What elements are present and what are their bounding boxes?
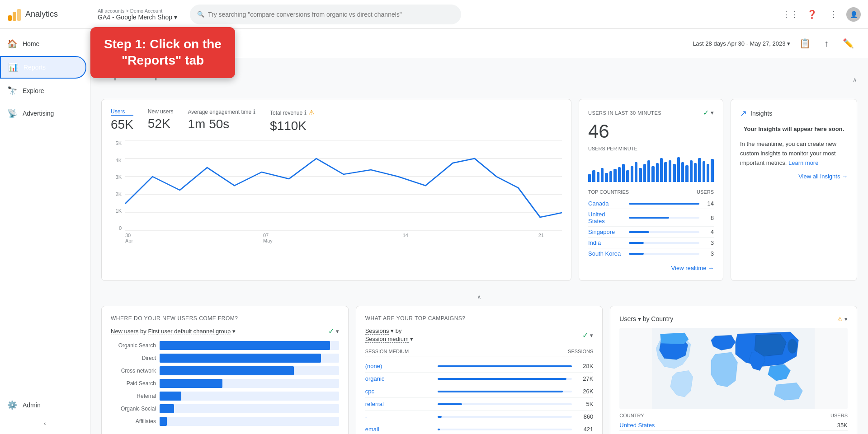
add-comparison-btn[interactable]: Add comparison +	[153, 37, 212, 50]
sidebar-item-reports[interactable]: 📊 Reports	[0, 56, 86, 79]
new-users-dropdown-row: New users by First user default channel …	[111, 327, 339, 336]
campaign-name[interactable]: -	[365, 413, 433, 420]
home-icon: 🏠	[7, 39, 17, 49]
hbar-label: Direct	[111, 355, 156, 361]
hbar-fill	[160, 417, 167, 426]
sidebar-item-admin[interactable]: ⚙️ Admin	[0, 395, 86, 415]
y-label-0: 0	[119, 225, 122, 231]
countries-card: Users ▾ by Country ⚠ ▾	[610, 306, 857, 434]
countries-warning-status[interactable]: ⚠ ▾	[837, 316, 848, 322]
users-label[interactable]: Users	[111, 108, 133, 116]
sidebar-item-explore[interactable]: 🔭 Explore	[0, 80, 86, 101]
sidebar-item-advertising[interactable]: 📡 Advertising	[0, 103, 86, 124]
metrics-row: Users 65K New users 52K Average engageme…	[111, 108, 562, 133]
campaign-bar-fill	[438, 391, 562, 392]
campaign-row: referral 5K	[365, 398, 594, 411]
section-collapse-btn[interactable]: ∧	[853, 75, 857, 85]
account-breadcrumb: All accounts > Demo Account	[98, 8, 177, 14]
realtime-bar	[685, 165, 688, 182]
hbar-bg	[160, 354, 339, 363]
insights-body-bold: Your Insights will appear here soon.	[740, 126, 848, 132]
campaign-name[interactable]: referral	[365, 401, 433, 407]
country-table-name[interactable]: United States	[619, 422, 655, 429]
country-name[interactable]: India	[588, 239, 623, 246]
revenue-help-icon[interactable]: ℹ	[304, 109, 307, 116]
help-icon-btn[interactable]: ❓	[803, 5, 821, 23]
sidebar-item-label-advertising: Advertising	[23, 110, 54, 117]
campaign-value: 421	[577, 426, 593, 433]
hbar-row: Organic Social	[111, 404, 339, 413]
countries-title[interactable]: Users ▾ by Country	[619, 315, 673, 322]
date-range-picker[interactable]: Last 28 days Apr 30 - May 27, 2023 ▾	[693, 40, 790, 47]
admin-gear-icon: ⚙️	[7, 400, 17, 410]
save-report-btn[interactable]: 📋	[796, 34, 814, 52]
campaign-value: 27K	[577, 375, 593, 382]
realtime-count: 46	[588, 121, 714, 142]
view-all-insights-link[interactable]: View all insights →	[740, 173, 848, 180]
country-name[interactable]: Singapore	[588, 229, 623, 235]
line-chart: 5K 4K 3K 2K 1K 0	[111, 140, 562, 231]
country-row: India 3	[588, 238, 714, 248]
campaigns-status[interactable]: ✓ ▾	[582, 331, 593, 340]
view-realtime-link[interactable]: View realtime →	[588, 265, 714, 271]
realtime-bar	[703, 161, 705, 182]
reports-icon: 📊	[8, 62, 18, 72]
campaign-value: 28K	[577, 363, 593, 369]
realtime-bar	[635, 162, 637, 182]
engagement-help-icon[interactable]: ℹ	[253, 108, 255, 115]
campaign-name[interactable]: cpc	[365, 388, 433, 395]
realtime-header: USERS IN LAST 30 MINUTES ✓ ▾	[588, 108, 714, 117]
section-2-collapse[interactable]: ∧	[101, 292, 857, 302]
hbar-bg	[160, 379, 339, 388]
country-table-row: United States 35K	[619, 420, 848, 431]
metrics-chart-card: Users 65K New users 52K Average engageme…	[101, 99, 571, 281]
country-name[interactable]: United States	[588, 211, 623, 224]
realtime-bar	[639, 168, 642, 182]
revenue-label: Total revenue ℹ ⚠	[270, 108, 315, 117]
campaign-name[interactable]: email	[365, 426, 433, 433]
learn-more-link[interactable]: Learn more	[788, 159, 818, 166]
search-input[interactable]	[208, 11, 454, 18]
y-label-4k: 4K	[116, 158, 122, 163]
campaign-bar-bg	[438, 391, 572, 392]
campaign-dim-dropdown-arrow: ▾	[410, 336, 413, 342]
sidebar-collapse-btn[interactable]: ‹	[0, 416, 90, 430]
metric-revenue: Total revenue ℹ ⚠ $110K	[270, 108, 315, 133]
country-bar-fill	[629, 242, 644, 244]
apps-icon-btn[interactable]: ⋮⋮	[781, 5, 799, 23]
engagement-value: 1m 50s	[188, 117, 256, 131]
realtime-bar	[605, 173, 608, 182]
user-avatar[interactable]: 👤	[846, 7, 861, 22]
campaign-name[interactable]: (none)	[365, 363, 433, 369]
hbar-fill	[160, 379, 222, 388]
realtime-bar	[681, 162, 684, 182]
campaign-name[interactable]: organic	[365, 375, 433, 382]
hbar-bg	[160, 417, 339, 426]
country-name[interactable]: South Korea	[588, 250, 623, 257]
more-vert-icon: ⋮	[830, 9, 838, 19]
share-btn[interactable]: ↑	[817, 34, 835, 52]
new-users-status[interactable]: ✓ ▾	[328, 327, 339, 336]
sidebar-item-home[interactable]: 🏠 Home	[0, 33, 86, 54]
hbar-label: Referral	[111, 393, 156, 399]
customize-btn[interactable]: ✏️	[839, 34, 857, 52]
realtime-status-dropdown[interactable]: ✓ ▾	[703, 108, 714, 117]
country-name[interactable]: Canada	[588, 200, 623, 207]
svg-rect-2	[17, 9, 21, 21]
insights-subtext: In the meantime, you can create new cust…	[740, 140, 848, 168]
new-users-section-title: WHERE DO YOUR NEW USERS COME FROM?	[111, 315, 339, 322]
sidebar-item-label-explore: Explore	[23, 87, 44, 94]
x-label-may07: 07May	[263, 233, 273, 243]
account-name[interactable]: GA4 - Google Merch Shop ▾	[98, 14, 177, 21]
realtime-bar	[698, 158, 701, 182]
new-users-dropdown[interactable]: New users by First user default channel …	[111, 328, 236, 335]
all-users-chip[interactable]: A All Users	[101, 36, 147, 51]
country-row: United States 8	[588, 209, 714, 227]
hbar-label: Cross-network	[111, 368, 156, 374]
more-icon-btn[interactable]: ⋮	[825, 5, 843, 23]
hbar-bg	[160, 392, 339, 401]
hbar-row: Paid Search	[111, 379, 339, 388]
realtime-bar	[588, 174, 591, 182]
campaigns-dropdown[interactable]: Sessions ▾ by Session medium ▾	[365, 327, 414, 343]
search-bar[interactable]: 🔍	[190, 5, 461, 24]
